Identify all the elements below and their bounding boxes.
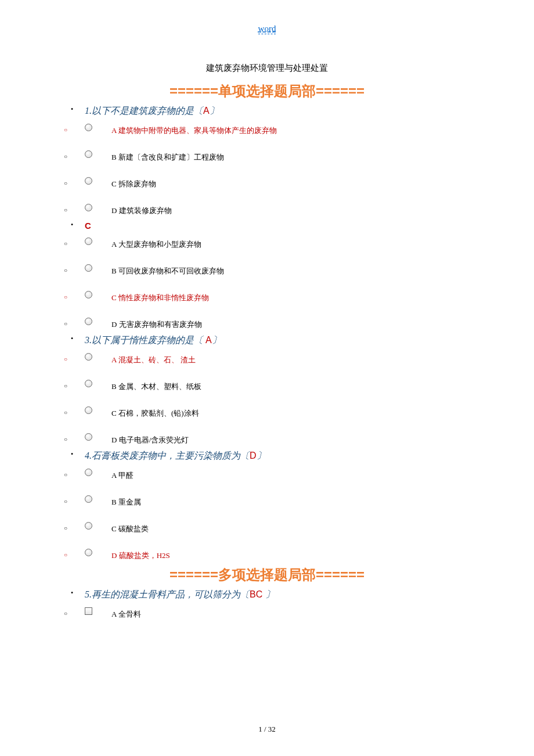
q1-suffix: 〕	[210, 106, 219, 116]
sub-bullet-icon: ○	[64, 240, 67, 247]
q5-suffix: 〕	[265, 589, 275, 599]
q1-option-d-text: D 建筑装修废弃物	[111, 203, 172, 216]
q2-option-b: ○ B 可回收废弃物和不可回收废弃物	[85, 264, 470, 276]
radio-icon[interactable]	[85, 433, 92, 441]
question-3-text: 3.以下属于惰性废弃物的是〔 A〕	[85, 335, 221, 345]
q5-option-a-text: A 全骨料	[111, 607, 141, 620]
radio-icon[interactable]	[85, 522, 92, 530]
q4-prefix: 4.石膏板类废弃物中，主要污染物质为〔	[85, 451, 250, 460]
sub-bullet-icon: ○	[64, 294, 67, 300]
q2-option-d-text: D 无害废弃物和有害废弃物	[111, 317, 202, 330]
radio-icon[interactable]	[85, 353, 92, 361]
q3-option-b: ○ B 金属、木材、塑料、纸板	[85, 379, 470, 392]
q3-option-d: ○ D 电子电器/含汞荧光灯	[85, 433, 470, 445]
q4-option-d: ○ D 硫酸盐类，H2S	[85, 548, 470, 561]
checkbox-icon[interactable]	[85, 607, 92, 615]
q3-option-d-text: D 电子电器/含汞荧光灯	[111, 433, 189, 445]
q5-prefix: 5.再生的混凝土骨料产品，可以筛分为〔	[85, 589, 250, 599]
radio-icon[interactable]	[85, 469, 92, 476]
q3-option-c-text: C 石棉，胶黏剂、(铅)涂料	[111, 406, 199, 419]
q4-option-d-text: D 硫酸盐类，H2S	[111, 548, 170, 561]
document-title: 建筑废弃物环境管理与处理处置	[64, 63, 470, 74]
question-4-text: 4.石膏板类废弃物中，主要污染物质为〔D〕	[85, 451, 266, 460]
q5-option-a: ○ A 全骨料	[85, 607, 470, 620]
header-link: word	[64, 23, 470, 34]
question-4: 4.石膏板类废弃物中，主要污染物质为〔D〕 ○ A 甲醛 ○ B 重金属 ○ C…	[64, 450, 470, 561]
sub-bullet-icon: ○	[64, 321, 67, 327]
q1-option-b-text: B 新建〔含改良和扩建〕工程废物	[111, 150, 224, 163]
q1-option-a-text: A 建筑物中附带的电器、家具等物体产生的废弃物	[111, 123, 277, 136]
q1-option-a: ○ A 建筑物中附带的电器、家具等物体产生的废弃物	[85, 123, 470, 136]
q4-suffix: 〕	[257, 451, 266, 460]
question-5-text: 5.再生的混凝土骨料产品，可以筛分为〔BC 〕	[85, 589, 275, 599]
section-heading-multi: ======多项选择题局部======	[64, 566, 470, 584]
q1-option-d: ○ D 建筑装修废弃物	[85, 203, 470, 216]
sub-bullet-icon: ○	[64, 267, 67, 273]
sub-bullet-icon: ○	[64, 436, 67, 442]
q5-answer: BC	[250, 589, 265, 599]
question-1-text: 1.以下不是建筑废弃物的是〔A〕	[85, 106, 219, 116]
q2-option-a-text: A 大型废弃物和小型废弃物	[111, 237, 201, 250]
q4-answer: D	[250, 451, 257, 460]
page-footer: 1 / 32	[0, 725, 534, 734]
q3-option-a: ○ A 混凝土、砖、石、 渣土	[85, 352, 470, 365]
radio-icon[interactable]	[85, 406, 92, 414]
question-1: 1.以下不是建筑废弃物的是〔A〕 ○ A 建筑物中附带的电器、家具等物体产生的废…	[64, 105, 470, 216]
q1-answer: A	[203, 106, 210, 116]
sub-bullet-icon: ○	[64, 180, 67, 186]
radio-icon[interactable]	[85, 237, 92, 245]
q2-option-a: ○ A 大型废弃物和小型废弃物	[85, 237, 470, 250]
q2-option-c: ○ C 惰性废弃物和非惰性废弃物	[85, 290, 470, 303]
q4-option-b-text: B 重金属	[111, 495, 141, 507]
sub-bullet-icon: ○	[64, 498, 67, 505]
q3-option-c: ○ C 石棉，胶黏剂、(铅)涂料	[85, 406, 470, 419]
q4-option-c-text: C 碳酸盐类	[111, 521, 149, 534]
radio-icon[interactable]	[85, 124, 92, 131]
sub-bullet-icon: ○	[64, 153, 67, 160]
radio-icon[interactable]	[85, 150, 92, 158]
radio-icon[interactable]	[85, 177, 92, 185]
q3-suffix: 〕	[212, 335, 221, 345]
q4-option-a-text: A 甲醛	[111, 468, 134, 481]
sub-bullet-icon: ○	[64, 127, 67, 133]
q2-answer: C	[85, 221, 91, 231]
sub-bullet-icon: ○	[64, 471, 67, 478]
q3-prefix: 3.以下属于惰性废弃物的是〔	[85, 335, 205, 345]
section-heading-single: ======单项选择题局部======	[64, 82, 470, 100]
q2-option-b-text: B 可回收废弃物和不可回收废弃物	[111, 264, 224, 276]
q4-option-c: ○ C 碳酸盐类	[85, 521, 470, 534]
q3-answer: A	[205, 335, 212, 345]
radio-icon[interactable]	[85, 318, 92, 325]
word-link-text[interactable]: word	[258, 24, 276, 34]
radio-icon[interactable]	[85, 291, 92, 298]
q1-prefix: 1.以下不是建筑废弃物的是〔	[85, 106, 203, 116]
radio-icon[interactable]	[85, 204, 92, 211]
q2-option-c-text: C 惰性废弃物和非惰性废弃物	[111, 290, 209, 303]
question-5: 5.再生的混凝土骨料产品，可以筛分为〔BC 〕 ○ A 全骨料	[64, 589, 470, 620]
sub-bullet-icon: ○	[64, 356, 67, 362]
sub-bullet-icon: ○	[64, 552, 67, 558]
q3-option-a-text: A 混凝土、砖、石、 渣土	[111, 352, 196, 365]
sub-bullet-icon: ○	[64, 525, 67, 531]
q4-option-a: ○ A 甲醛	[85, 468, 470, 481]
q1-option-c: ○ C 拆除废弃物	[85, 177, 470, 189]
sub-bullet-icon: ○	[64, 207, 67, 213]
q2-option-d: ○ D 无害废弃物和有害废弃物	[85, 317, 470, 330]
q4-option-b: ○ B 重金属	[85, 495, 470, 507]
radio-icon[interactable]	[85, 380, 92, 387]
radio-icon[interactable]	[85, 264, 92, 272]
sub-bullet-icon: ○	[64, 383, 67, 389]
sub-bullet-icon: ○	[64, 409, 67, 416]
question-2: C ○ A 大型废弃物和小型废弃物 ○ B 可回收废弃物和不可回收废弃物 ○ C…	[64, 221, 470, 330]
sub-bullet-icon: ○	[64, 610, 67, 617]
question-3: 3.以下属于惰性废弃物的是〔 A〕 ○ A 混凝土、砖、石、 渣土 ○ B 金属…	[64, 334, 470, 445]
radio-icon[interactable]	[85, 549, 92, 556]
radio-icon[interactable]	[85, 495, 92, 503]
q1-option-b: ○ B 新建〔含改良和扩建〕工程废物	[85, 150, 470, 163]
q1-option-c-text: C 拆除废弃物	[111, 177, 156, 189]
q3-option-b-text: B 金属、木材、塑料、纸板	[111, 379, 201, 392]
